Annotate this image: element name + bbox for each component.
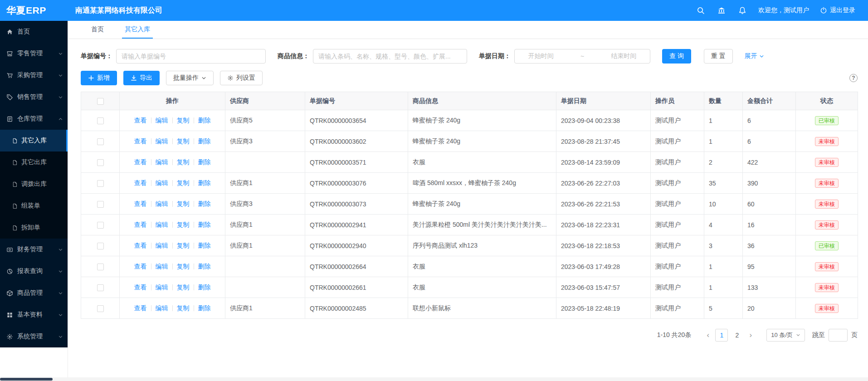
logout-button[interactable]: 退出登录 (820, 6, 855, 15)
add-button[interactable]: 新增 (81, 71, 117, 85)
action-copy-link[interactable]: 复制 (177, 179, 190, 186)
page-2-button[interactable]: 2 (731, 329, 743, 342)
bill-no-cell: QTRK00000002940 (305, 235, 408, 256)
action-delete-link[interactable]: 删除 (198, 263, 211, 270)
action-view-link[interactable]: 查看 (134, 304, 147, 312)
action-edit-link[interactable]: 编辑 (156, 304, 168, 312)
bell-icon[interactable] (738, 6, 746, 15)
row-checkbox[interactable] (97, 284, 104, 291)
bank-icon[interactable] (717, 6, 726, 15)
action-copy-link[interactable]: 复制 (177, 283, 190, 291)
product-input[interactable] (313, 49, 467, 64)
row-checkbox[interactable] (97, 180, 104, 187)
row-checkbox[interactable] (97, 117, 104, 124)
search-icon[interactable] (697, 6, 705, 15)
row-checkbox[interactable] (97, 305, 104, 312)
sidebar-item-goods[interactable]: 商品管理 (0, 282, 68, 304)
supplier-cell (225, 152, 305, 173)
action-delete-link[interactable]: 删除 (198, 158, 211, 166)
select-all-checkbox[interactable] (97, 98, 104, 105)
action-copy-link[interactable]: 复制 (177, 158, 190, 166)
action-edit-link[interactable]: 编辑 (156, 242, 168, 249)
action-view-link[interactable]: 查看 (134, 117, 147, 124)
page-1-button[interactable]: 1 (715, 329, 728, 342)
action-delete-link[interactable]: 删除 (198, 117, 211, 124)
batch-actions-button[interactable]: 批量操作 (166, 71, 214, 85)
sidebar-subitem-other-out[interactable]: 其它出库 (0, 151, 68, 173)
next-page-button[interactable]: › (745, 329, 756, 342)
date-range-input[interactable]: 开始时间 ~ 结束时间 (514, 49, 650, 64)
action-delete-link[interactable]: 删除 (198, 137, 211, 145)
action-edit-link[interactable]: 编辑 (156, 158, 168, 166)
column-settings-button[interactable]: 列设置 (220, 71, 263, 85)
sidebar-subitem-transfer-out[interactable]: 调拨出库 (0, 173, 68, 195)
export-button[interactable]: 导出 (123, 71, 160, 85)
scrollbar-thumb[interactable] (0, 378, 53, 381)
expand-toggle[interactable]: 展开 (745, 52, 764, 60)
operator-cell: 测试用户 (651, 235, 704, 256)
sidebar-item-finance[interactable]: 财务管理 (0, 239, 68, 260)
action-view-link[interactable]: 查看 (134, 283, 147, 291)
action-view-link[interactable]: 查看 (134, 242, 147, 249)
sidebar-subitem-assembly[interactable]: 组装单 (0, 195, 68, 217)
sidebar-item-report[interactable]: 报表查询 (0, 260, 68, 282)
action-copy-link[interactable]: 复制 (177, 200, 190, 207)
action-edit-link[interactable]: 编辑 (156, 221, 168, 228)
action-edit-link[interactable]: 编辑 (156, 200, 168, 207)
action-delete-link[interactable]: 删除 (198, 242, 211, 249)
prev-page-button[interactable]: ‹ (702, 329, 714, 342)
action-view-link[interactable]: 查看 (134, 221, 147, 228)
row-checkbox[interactable] (97, 138, 104, 145)
action-copy-link[interactable]: 复制 (177, 221, 190, 228)
action-view-link[interactable]: 查看 (134, 158, 147, 166)
page-size-select[interactable]: 10 条/页 (766, 329, 805, 342)
action-view-link[interactable]: 查看 (134, 200, 147, 207)
action-copy-link[interactable]: 复制 (177, 242, 190, 249)
sidebar-item-retail[interactable]: 零售管理 (0, 43, 68, 64)
sidebar-subitem-other-in[interactable]: 其它入库 (0, 130, 68, 151)
search-button[interactable]: 查 询 (662, 49, 691, 64)
date-cell: 2023-06-18 22:18:53 (556, 235, 651, 256)
sidebar-item-warehouse[interactable]: 仓库管理 (0, 108, 68, 130)
action-view-link[interactable]: 查看 (134, 137, 147, 145)
action-edit-link[interactable]: 编辑 (156, 117, 168, 124)
sidebar-item-home[interactable]: 首页 (0, 21, 68, 43)
row-checkbox[interactable] (97, 243, 104, 249)
batch-label: 批量操作 (173, 74, 199, 82)
action-delete-link[interactable]: 删除 (198, 221, 211, 228)
action-copy-link[interactable]: 复制 (177, 263, 190, 270)
row-checkbox[interactable] (97, 159, 104, 166)
status-cell: 已审核 (796, 110, 858, 131)
action-delete-link[interactable]: 删除 (198, 179, 211, 186)
action-delete-link[interactable]: 删除 (198, 304, 211, 312)
tab-other-inbound[interactable]: 其它入库 (122, 21, 153, 39)
date-separator: ~ (580, 53, 584, 60)
action-copy-link[interactable]: 复制 (177, 304, 190, 312)
action-view-link[interactable]: 查看 (134, 179, 147, 186)
action-copy-link[interactable]: 复制 (177, 117, 190, 124)
action-delete-link[interactable]: 删除 (198, 200, 211, 207)
row-checkbox[interactable] (97, 264, 104, 270)
actions-cell: 查看编辑复制删除 (120, 194, 225, 215)
sidebar-item-purchase[interactable]: 采购管理 (0, 64, 68, 86)
reset-button[interactable]: 重 置 (704, 49, 733, 64)
tab-home[interactable]: 首页 (88, 21, 107, 39)
row-checkbox[interactable] (97, 222, 104, 229)
action-edit-link[interactable]: 编辑 (156, 137, 168, 145)
bill-no-input[interactable] (116, 49, 266, 64)
action-copy-link[interactable]: 复制 (177, 137, 190, 145)
sidebar-item-sales[interactable]: 销售管理 (0, 86, 68, 108)
action-edit-link[interactable]: 编辑 (156, 283, 168, 291)
sidebar-item-basic[interactable]: 基本资料 (0, 304, 68, 326)
help-icon[interactable]: ? (849, 74, 858, 82)
jump-page-input[interactable] (829, 329, 848, 342)
action-view-link[interactable]: 查看 (134, 263, 147, 270)
action-delete-link[interactable]: 删除 (198, 283, 211, 291)
action-edit-link[interactable]: 编辑 (156, 179, 168, 186)
sidebar-item-system[interactable]: 系统管理 (0, 326, 68, 347)
sidebar-subitem-disassembly[interactable]: 拆卸单 (0, 217, 68, 239)
operator-cell: 测试用户 (651, 215, 704, 235)
row-checkbox[interactable] (97, 201, 104, 208)
action-edit-link[interactable]: 编辑 (156, 263, 168, 270)
horizontal-scrollbar[interactable] (0, 377, 868, 381)
